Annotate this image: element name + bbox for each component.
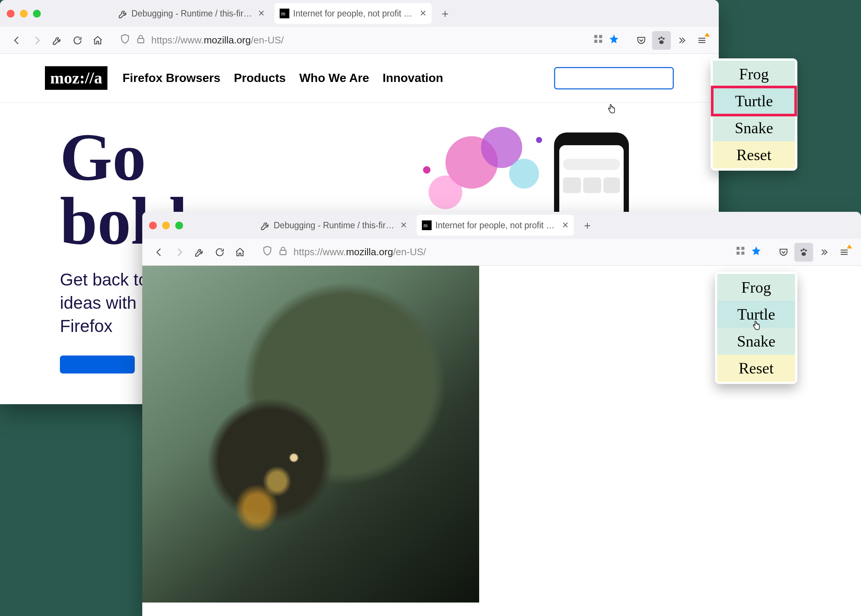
wrench-icon [118,9,127,18]
tab-mozilla[interactable]: m Internet for people, not profit — Mozi… [417,215,574,236]
mozilla-favicon: m [280,9,290,18]
extension-paw-icon[interactable] [794,243,813,262]
mozilla-favicon: m [422,220,431,230]
popup-item-snake[interactable]: Snake [713,115,795,141]
svg-rect-20 [563,178,581,193]
svg-point-7 [658,38,660,39]
window-zoom[interactable] [33,10,41,17]
pocket-icon[interactable] [774,243,793,262]
bookmark-star-icon[interactable] [751,245,762,259]
extension-popup-front: Frog Turtle Snake Reset [715,272,797,384]
window-zoom[interactable] [175,222,183,229]
app-menu-icon[interactable] [693,31,711,50]
nav-whoweare[interactable]: Who We Are [299,71,369,85]
nav-products[interactable]: Products [234,71,286,85]
lock-icon [278,245,288,259]
reload-button[interactable] [68,31,87,50]
home-button[interactable] [88,31,107,50]
tab-label: Internet for people, not profit — Mozill… [435,220,558,231]
site-nav: Firefox Browsers Products Who We Are Inn… [123,71,443,85]
home-button[interactable] [231,243,249,262]
svg-point-32 [805,249,807,251]
svg-rect-6 [599,40,602,42]
url-bar[interactable]: https://www.mozilla.org/en-US/ [256,243,767,262]
svg-point-16 [536,137,542,143]
svg-rect-29 [741,251,744,255]
tab-label: Debugging - Runtime / this-firefox [131,9,254,19]
svg-rect-21 [583,178,601,193]
svg-point-31 [803,248,804,250]
svg-rect-2 [138,39,144,43]
popup-item-frog[interactable]: Frog [713,61,795,88]
url-text: https://www.mozilla.org/en-US/ [151,35,284,46]
svg-rect-28 [737,251,740,255]
back-button[interactable] [150,243,168,262]
svg-rect-4 [599,35,602,38]
svg-rect-26 [737,247,740,250]
popup-item-turtle[interactable]: Turtle [717,301,795,328]
url-text: https://www.mozilla.org/en-US/ [293,246,426,258]
extension-popup-back: Frog Turtle Snake Reset [710,58,797,171]
window-close[interactable] [7,10,14,17]
svg-rect-25 [280,250,286,255]
window-close[interactable] [149,222,157,229]
extension-paw-icon[interactable] [652,31,671,50]
svg-point-13 [429,176,462,209]
devtools-button[interactable] [48,31,67,50]
tab-mozilla[interactable]: m Internet for people, not profit — Mozi… [274,3,431,24]
overflow-icon[interactable] [815,243,833,262]
tab-close-icon[interactable]: ✕ [400,220,407,230]
svg-rect-3 [595,35,597,38]
window-minimize[interactable] [162,222,170,229]
forward-button[interactable] [28,31,46,50]
lock-icon [135,34,146,47]
svg-point-14 [509,159,539,189]
nav-firefox[interactable]: Firefox Browsers [123,71,220,85]
tab-label: Debugging - Runtime / this-firefox [274,220,397,231]
window-controls [7,10,41,17]
popup-item-reset[interactable]: Reset [717,355,795,382]
reload-button[interactable] [210,243,229,262]
get-firefox-button[interactable] [554,67,674,90]
svg-point-8 [660,36,662,38]
app-menu-icon[interactable] [835,243,853,262]
svg-rect-5 [595,40,597,42]
pocket-icon[interactable] [632,31,651,50]
new-tab-button[interactable]: ＋ [578,216,597,234]
nav-toolbar: https://www.mozilla.org/en-US/ [142,239,861,266]
tab-debugging[interactable]: Debugging - Runtime / this-firefox ✕ [255,215,412,236]
overflow-icon[interactable] [672,31,691,50]
svg-point-10 [659,40,664,44]
turtle-image [142,266,479,602]
mozilla-logo[interactable]: moz://a [45,66,107,90]
nav-innovation[interactable]: Innovation [382,71,443,85]
svg-rect-27 [741,247,744,250]
url-bar[interactable]: https://www.mozilla.org/en-US/ [114,31,625,50]
window-minimize[interactable] [20,10,28,17]
popup-item-reset[interactable]: Reset [713,141,795,168]
forward-button[interactable] [170,243,189,262]
popup-item-snake[interactable]: Snake [717,328,795,355]
bookmark-star-icon[interactable] [609,34,619,47]
tab-close-icon[interactable]: ✕ [258,9,264,18]
nav-toolbar: https://www.mozilla.org/en-US/ [0,27,719,54]
tabstrip: Debugging - Runtime / this-firefox ✕ m I… [0,0,719,27]
tabstrip: Debugging - Runtime / this-firefox ✕ m I… [142,212,861,239]
hero-cta-button[interactable] [60,355,135,374]
svg-rect-22 [603,178,620,193]
devtools-button[interactable] [190,243,209,262]
popup-item-turtle[interactable]: Turtle [713,88,795,115]
tab-close-icon[interactable]: ✕ [562,220,569,230]
svg-rect-19 [563,159,620,170]
container-icon[interactable] [593,34,603,47]
tab-debugging[interactable]: Debugging - Runtime / this-firefox ✕ [113,3,270,24]
popup-item-frog[interactable]: Frog [717,274,795,301]
new-tab-button[interactable]: ＋ [436,5,454,22]
shield-icon [262,245,272,259]
container-icon[interactable] [735,245,746,259]
back-button[interactable] [8,31,26,50]
svg-text:m: m [281,11,285,16]
svg-point-30 [801,249,803,251]
svg-point-9 [663,38,664,39]
tab-close-icon[interactable]: ✕ [420,9,427,18]
